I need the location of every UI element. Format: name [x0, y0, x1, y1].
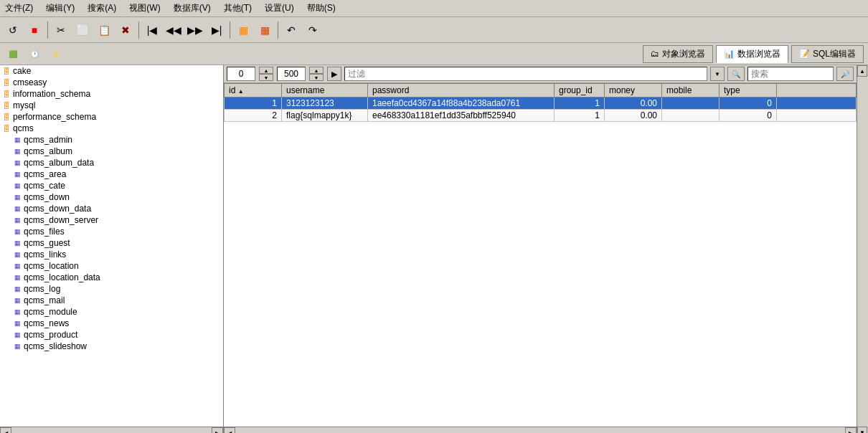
vscroll-down-button[interactable]: ▼: [857, 427, 867, 433]
sidebar-item-label: qcms_news: [24, 318, 69, 328]
col-header-id[interactable]: id ▲: [225, 84, 282, 97]
sidebar-item-qcms-admin[interactable]: ▦ qcms_admin: [0, 134, 223, 146]
sidebar-scroll-left[interactable]: ◀: [0, 427, 11, 433]
sidebar-item-qcms-module[interactable]: ▦ qcms_module: [0, 306, 223, 318]
table-row[interactable]: 2flag{sqlmappy1k}ee468330a1181ef1dd35afb…: [225, 110, 857, 122]
tab-sql-editor[interactable]: 📝 SQL编辑器: [791, 45, 864, 63]
sidebar-item-qcms-location[interactable]: ▦ qcms_location: [0, 260, 223, 272]
col-header-password[interactable]: password: [368, 84, 555, 97]
menu-settings[interactable]: 设置(U): [263, 1, 296, 15]
col-header-mobile[interactable]: mobile: [662, 84, 720, 97]
tab-data-browser[interactable]: 📊 数据浏览器: [716, 45, 788, 63]
toolbar-separator-3: [230, 22, 230, 39]
col-header-group-id[interactable]: group_id: [555, 84, 605, 97]
refresh-button[interactable]: ↺: [3, 20, 23, 40]
sidebar-item-qcms-log[interactable]: ▦ qcms_log: [0, 283, 223, 295]
table-icon: ▦: [14, 228, 21, 235]
sidebar-item-qcms-links[interactable]: ▦ qcms_links: [0, 249, 223, 260]
clock-button[interactable]: 🕐: [24, 44, 44, 64]
col-header-username[interactable]: username: [282, 84, 368, 97]
copy-button[interactable]: ⬜: [72, 20, 93, 40]
db-expand-icon: 🗄: [3, 125, 10, 133]
sidebar-scroll-right[interactable]: ▶: [212, 427, 223, 433]
sidebar-item-label: qcms_cate: [24, 181, 65, 191]
execute-button[interactable]: ▶: [327, 67, 341, 81]
menu-edit[interactable]: 编辑(Y): [44, 1, 77, 15]
search-submit-button[interactable]: 🔎: [836, 67, 854, 81]
sidebar-item-cmseasy[interactable]: 🗄 cmseasy: [0, 77, 223, 88]
col-header-extra[interactable]: [777, 84, 857, 97]
last-button[interactable]: ▶|: [207, 20, 227, 40]
content-scroll-right[interactable]: ▶: [845, 427, 857, 433]
sidebar-item-qcms-location-data[interactable]: ▦ qcms_location_data: [0, 272, 223, 283]
sidebar-item-qcms-area[interactable]: ▦ qcms_area: [0, 168, 223, 180]
row-start-up[interactable]: ▲: [259, 67, 273, 74]
sidebar-item-label: qcms_down_server: [24, 215, 98, 225]
prev-button[interactable]: ◀◀: [164, 20, 184, 40]
db-icon: 🗄: [3, 67, 10, 75]
table-row[interactable]: 131231231231aeefa0cd4367a14f88a4b238ada0…: [225, 97, 857, 110]
first-button[interactable]: |◀: [142, 20, 162, 40]
col-header-type[interactable]: type: [720, 84, 777, 97]
paste-button[interactable]: 📋: [94, 20, 114, 40]
cell-mobile: [662, 110, 720, 122]
sidebar-item-qcms-files[interactable]: ▦ qcms_files: [0, 226, 223, 237]
menu-database[interactable]: 数据库(V): [171, 1, 213, 15]
redo-button[interactable]: ↷: [303, 20, 323, 40]
menu-search[interactable]: 搜索(A): [85, 1, 118, 15]
sidebar-item-qcms-down-server[interactable]: ▦ qcms_down_server: [0, 214, 223, 226]
bookmark-button[interactable]: ★: [46, 44, 66, 64]
sidebar-item-qcms-guest[interactable]: ▦ qcms_guest: [0, 237, 223, 249]
menu-file[interactable]: 文件(Z): [3, 1, 35, 15]
tab-data-label: 数据浏览器: [737, 48, 780, 60]
grid-button[interactable]: ▦: [233, 20, 253, 40]
col-header-money[interactable]: money: [605, 84, 662, 97]
tab-object-browser[interactable]: 🗂 对象浏览器: [643, 45, 713, 63]
sidebar-item-qcms-album-data[interactable]: ▦ qcms_album_data: [0, 157, 223, 168]
row-count-input[interactable]: [277, 67, 306, 81]
sidebar-item-qcms-mail[interactable]: ▦ qcms_mail: [0, 295, 223, 306]
delete-button[interactable]: ✖: [115, 20, 136, 40]
menu-other[interactable]: 其他(T): [222, 1, 254, 15]
row-start-input[interactable]: [227, 67, 255, 81]
sidebar-item-qcms[interactable]: 🗄 qcms: [0, 123, 223, 134]
sidebar-item-qcms-slideshow[interactable]: ▦ qcms_slideshow: [0, 341, 223, 352]
cell-username: 3123123123: [282, 97, 368, 110]
vscroll-up-button[interactable]: ▲: [857, 65, 867, 77]
undo-button[interactable]: ↶: [281, 20, 301, 40]
cut-button[interactable]: ✂: [51, 20, 71, 40]
filter-dropdown[interactable]: ▼: [710, 67, 725, 81]
sidebar-item-qcms-down-data[interactable]: ▦ qcms_down_data: [0, 203, 223, 214]
sidebar-item-cake[interactable]: 🗄 cake: [0, 65, 223, 77]
sidebar-item-qcms-cate[interactable]: ▦ qcms_cate: [0, 180, 223, 191]
table-icon: ▦: [14, 320, 21, 327]
sidebar-item-qcms-product[interactable]: ▦ qcms_product: [0, 329, 223, 341]
sidebar-item-label: qcms_links: [24, 249, 66, 260]
sidebar-item-performance-schema[interactable]: 🗄 performance_schema: [0, 111, 223, 123]
sidebar-item-information-schema[interactable]: 🗄 information_schema: [0, 88, 223, 100]
sidebar-item-label: qcms_area: [24, 169, 66, 179]
search-input[interactable]: [747, 67, 834, 81]
stop-button[interactable]: ■: [24, 20, 44, 40]
sidebar-item-qcms-album[interactable]: ▦ qcms_album: [0, 146, 223, 157]
table-icon: ▦: [14, 136, 21, 143]
row-count-down[interactable]: ▼: [309, 74, 324, 81]
add-button[interactable]: 🟩: [3, 44, 23, 64]
sidebar-item-mysql[interactable]: 🗄 mysql: [0, 100, 223, 111]
grid2-button[interactable]: ▦: [255, 20, 275, 40]
sidebar-item-qcms-down[interactable]: ▦ qcms_down: [0, 191, 223, 203]
row-count-up[interactable]: ▲: [309, 67, 324, 74]
content-scroll-left[interactable]: ◀: [224, 427, 235, 433]
search-button[interactable]: 🔍: [727, 67, 745, 81]
table-icon: ▦: [14, 308, 21, 315]
table-icon: ▦: [14, 343, 21, 350]
sidebar-item-qcms-news[interactable]: ▦ qcms_news: [0, 318, 223, 329]
data-browser-icon: 📊: [724, 49, 735, 59]
menu-view[interactable]: 视图(W): [127, 1, 162, 15]
row-start-down[interactable]: ▼: [259, 74, 273, 81]
menu-help[interactable]: 帮助(S): [305, 1, 338, 15]
filter-input[interactable]: [344, 67, 707, 81]
sidebar-item-label: qcms_admin: [24, 135, 72, 145]
next-button[interactable]: ▶▶: [185, 20, 205, 40]
sidebar-item-label: cmseasy: [13, 77, 47, 87]
